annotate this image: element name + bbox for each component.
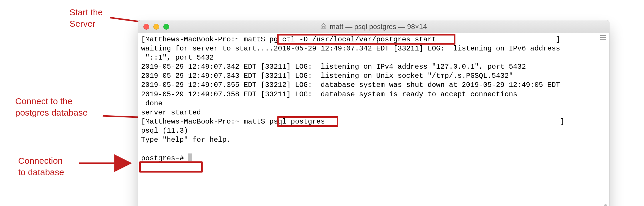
home-icon xyxy=(320,23,327,31)
annotation-text: postgres database xyxy=(15,108,88,117)
terminal-line: 2019-05-29 12:49:07.343 EDT [33211] LOG:… xyxy=(141,72,513,80)
terminal-line: 2019-05-29 12:49:07.358 EDT [33211] LOG:… xyxy=(141,90,517,98)
annotation-text: Server xyxy=(70,19,95,28)
zoom-button[interactable] xyxy=(163,24,169,30)
window-title: matt — psql postgres — 98×14 xyxy=(138,23,609,31)
terminal-line: waiting for server to start....2019-05-2… xyxy=(141,45,560,53)
minimize-button[interactable] xyxy=(153,24,159,30)
annotation-start-server: Start the Server xyxy=(70,6,103,29)
terminal-line: 2019-05-29 12:49:07.355 EDT [33212] LOG:… xyxy=(141,81,560,89)
annotation-connect-db: Connect to the postgres database xyxy=(15,95,88,118)
traffic-lights xyxy=(138,24,169,30)
menu-icon[interactable] xyxy=(600,35,606,40)
cursor xyxy=(188,153,192,161)
window-title-text: matt — psql postgres — 98×14 xyxy=(330,23,427,31)
annotation-text: Start the xyxy=(70,7,103,17)
terminal-line: 2019-05-29 12:49:07.342 EDT [33211] LOG:… xyxy=(141,63,526,71)
annotation-text: to database xyxy=(18,167,64,177)
terminal-body[interactable]: [Matthews-MacBook-Pro:~ matt$ pg_ctl -D … xyxy=(138,33,609,206)
terminal-line: done xyxy=(141,99,162,107)
annotation-connection: Connection to database xyxy=(18,155,64,178)
terminal-prompt: postgres=# xyxy=(141,154,188,162)
scrollbar-thumb[interactable] xyxy=(604,204,607,206)
terminal-line: [Matthews-MacBook-Pro:~ matt$ psql postg… xyxy=(141,118,564,126)
highlight-postgres-prompt xyxy=(139,161,203,173)
close-button[interactable] xyxy=(143,24,149,30)
terminal-line: psql (11.3) xyxy=(141,127,188,135)
terminal-line: "::1", port 5432 xyxy=(141,54,214,62)
terminal-window: matt — psql postgres — 98×14 [Matthews-M… xyxy=(138,20,609,206)
annotation-text: Connect to the xyxy=(15,96,72,106)
terminal-line: server started xyxy=(141,109,201,116)
annotation-text: Connection xyxy=(18,156,63,166)
terminal-line: Type "help" for help. xyxy=(141,136,231,144)
titlebar[interactable]: matt — psql postgres — 98×14 xyxy=(138,20,609,33)
terminal-line: [Matthews-MacBook-Pro:~ matt$ pg_ctl -D … xyxy=(141,36,560,43)
